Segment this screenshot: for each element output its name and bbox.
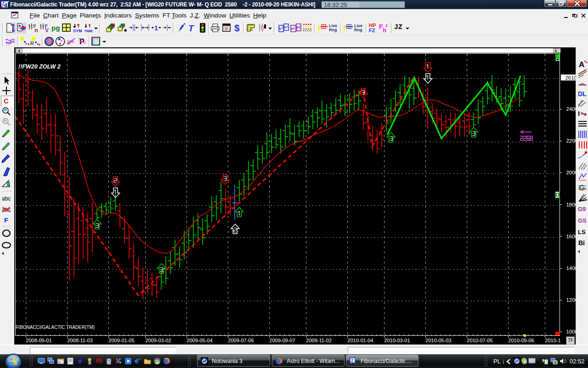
- svg-text:G9: G9: [578, 206, 586, 213]
- svg-text:2010-03-01: 2010-03-01: [384, 338, 410, 343]
- svg-text:I: I: [578, 109, 580, 117]
- svg-text:1800: 1800: [566, 202, 576, 207]
- svg-text:1000: 1000: [566, 329, 576, 334]
- svg-text:FIBONACCI/GALACTIC TRADER(TM): FIBONACCI/GALACTIC TRADER(TM): [16, 325, 95, 330]
- svg-text:!!FW20 ZOLW 2: !!FW20 ZOLW 2: [18, 63, 61, 70]
- svg-text:LS: LS: [578, 229, 586, 236]
- svg-text:1400: 1400: [566, 265, 576, 271]
- svg-text:2009-07-06: 2009-07-06: [228, 338, 254, 343]
- svg-text:$: $: [234, 23, 240, 33]
- svg-text:E: E: [251, 28, 253, 31]
- svg-text:z: z: [385, 23, 388, 28]
- svg-text:GS: GS: [578, 217, 587, 224]
- svg-text:2009-11-02: 2009-11-02: [306, 338, 331, 343]
- svg-text:2010-1: 2010-1: [545, 338, 560, 343]
- svg-text:2009-05-04: 2009-05-04: [187, 338, 212, 343]
- svg-text:2009-09-07: 2009-09-07: [269, 338, 295, 343]
- svg-text:2010-09-06: 2010-09-06: [508, 338, 534, 343]
- svg-text:2000: 2000: [566, 170, 576, 175]
- svg-text:e: e: [135, 357, 139, 365]
- svg-text:n: n: [34, 27, 38, 33]
- svg-text:1: 1: [154, 24, 158, 32]
- svg-text:1200: 1200: [566, 297, 576, 303]
- svg-text:2200: 2200: [566, 138, 576, 144]
- svg-text:Bi: Bi: [578, 239, 585, 247]
- svg-text:pg: pg: [51, 24, 60, 32]
- svg-text:DL: DL: [578, 90, 587, 98]
- svg-text:F: F: [4, 216, 8, 224]
- svg-text:R: R: [30, 40, 34, 46]
- svg-text:B: B: [88, 361, 90, 364]
- svg-text:7: 7: [225, 27, 227, 31]
- svg-text:1600: 1600: [566, 234, 576, 239]
- svg-text:2008-09-01: 2008-09-01: [26, 338, 51, 343]
- svg-text:T: T: [188, 23, 194, 33]
- svg-text:2610: 2610: [565, 75, 576, 80]
- svg-text:abc: abc: [2, 196, 11, 202]
- svg-text:C: C: [4, 97, 9, 105]
- svg-text:2010-07-05: 2010-07-05: [467, 338, 492, 343]
- svg-text:2009-03-02: 2009-03-02: [145, 338, 171, 343]
- svg-text:2010-05-03: 2010-05-03: [425, 338, 451, 343]
- svg-text:W: W: [12, 29, 15, 32]
- svg-text:2010-01-04: 2010-01-04: [347, 338, 373, 343]
- svg-text:2009-01-05: 2009-01-05: [108, 338, 134, 343]
- svg-text:V: V: [45, 27, 49, 33]
- svg-text:SYM: SYM: [73, 29, 82, 33]
- svg-text:TIME: TIME: [84, 29, 93, 33]
- svg-text:2400: 2400: [566, 106, 576, 112]
- svg-text:Z: Z: [351, 358, 354, 363]
- svg-text:MS: MS: [96, 358, 102, 363]
- svg-text:2008-11-03: 2008-11-03: [67, 338, 92, 343]
- svg-text:A: A: [579, 60, 584, 69]
